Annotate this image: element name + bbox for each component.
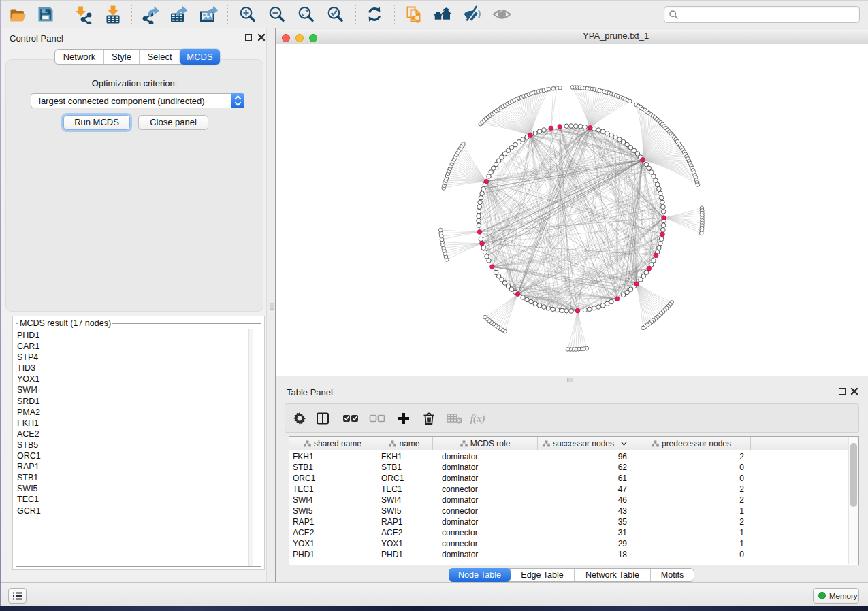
network-window-titlebar[interactable]	[276, 28, 868, 44]
mcds-result-scrollbar[interactable]	[248, 329, 253, 566]
network-node[interactable]	[596, 305, 601, 310]
table-row[interactable]: SWI4SWI4dominator462	[289, 495, 858, 506]
network-node[interactable]	[658, 242, 663, 246]
network-node[interactable]	[477, 205, 482, 210]
network-dominator-node[interactable]	[634, 282, 639, 286]
network-node[interactable]	[477, 223, 481, 228]
network-node[interactable]	[647, 166, 652, 171]
import-table-icon[interactable]	[103, 4, 123, 24]
network-node[interactable]	[485, 254, 489, 259]
network-node[interactable]	[521, 295, 526, 300]
network-node[interactable]	[661, 210, 666, 214]
network-node[interactable]	[658, 191, 663, 196]
network-dominator-node[interactable]	[660, 232, 665, 237]
network-node[interactable]	[655, 182, 660, 187]
network-canvas[interactable]	[276, 44, 868, 376]
window-minimize-traffic-light[interactable]	[295, 34, 304, 42]
tab-mcds[interactable]: MCDS	[180, 49, 220, 65]
network-node[interactable]	[583, 308, 588, 312]
control-panel-float-icon[interactable]	[245, 34, 252, 41]
network-node[interactable]	[699, 231, 703, 235]
network-node[interactable]	[661, 205, 666, 210]
network-node[interactable]	[660, 200, 665, 205]
network-dominator-node[interactable]	[588, 125, 592, 130]
mcds-result-item[interactable]: STB5	[17, 440, 248, 450]
network-node[interactable]	[555, 308, 560, 312]
network-node[interactable]	[462, 142, 466, 146]
network-node[interactable]	[661, 223, 666, 228]
export-image-icon[interactable]	[198, 4, 219, 24]
network-dominator-node[interactable]	[490, 265, 495, 269]
network-dominator-node[interactable]	[515, 292, 520, 297]
network-node[interactable]	[569, 124, 574, 129]
network-node[interactable]	[639, 278, 643, 282]
horizontal-splitter[interactable]	[276, 376, 868, 382]
tab-node-table[interactable]: Node Table	[449, 568, 511, 582]
network-dominator-node[interactable]	[558, 125, 562, 129]
vertical-splitter[interactable]	[267, 28, 276, 582]
network-dominator-node[interactable]	[528, 133, 533, 138]
export-table-icon[interactable]	[168, 4, 189, 24]
network-node[interactable]	[483, 315, 487, 319]
node-table-scrollbar[interactable]	[848, 437, 858, 564]
hide-selected-icon[interactable]	[462, 4, 482, 24]
network-node[interactable]	[558, 86, 562, 90]
network-node[interactable]	[605, 131, 610, 135]
zoom-out-icon[interactable]	[266, 4, 287, 24]
mcds-result-item[interactable]: PHD1	[17, 330, 248, 341]
network-node[interactable]	[479, 237, 483, 242]
column-header-name[interactable]: name	[376, 437, 433, 450]
save-session-icon[interactable]	[35, 4, 56, 24]
network-node[interactable]	[641, 326, 645, 330]
network-node[interactable]	[483, 250, 487, 254]
network-node[interactable]	[592, 127, 596, 131]
network-node[interactable]	[621, 293, 626, 297]
network-node[interactable]	[696, 183, 700, 187]
network-node[interactable]	[600, 303, 605, 308]
table-row[interactable]: STB1STB1dominator620	[289, 462, 858, 473]
network-node[interactable]	[477, 210, 481, 214]
network-dominator-node[interactable]	[615, 297, 620, 301]
table-row[interactable]: ACE2ACE2connector311	[289, 527, 858, 538]
network-node[interactable]	[654, 178, 658, 183]
select-all-icon[interactable]	[341, 409, 360, 428]
column-header-shared-name[interactable]: shared name	[289, 437, 376, 450]
network-node[interactable]	[560, 308, 564, 313]
network-node[interactable]	[609, 299, 614, 304]
table-row[interactable]: PHD1PHD1dominator180	[289, 549, 858, 560]
tab-motifs[interactable]: Motifs	[651, 569, 694, 581]
import-network-icon[interactable]	[74, 4, 95, 24]
mcds-result-item[interactable]: ORC1	[17, 450, 248, 461]
network-node[interactable]	[542, 128, 547, 133]
mcds-result-item[interactable]: SWI4	[17, 384, 248, 395]
network-node[interactable]	[477, 218, 481, 223]
network-node[interactable]	[649, 170, 654, 175]
network-node[interactable]	[533, 131, 538, 135]
network-node[interactable]	[564, 309, 569, 314]
mcds-result-item[interactable]: FKH1	[17, 418, 248, 429]
table-row[interactable]: RAP1RAP1dominator352	[289, 516, 858, 527]
tab-edge-table[interactable]: Edge Table	[511, 569, 575, 581]
network-dominator-node[interactable]	[641, 158, 645, 163]
network-dominator-node[interactable]	[654, 253, 658, 258]
mcds-result-item[interactable]: STB1	[17, 472, 248, 483]
deselect-all-icon[interactable]	[368, 409, 387, 428]
network-node[interactable]	[487, 174, 492, 179]
column-header-predecessor-nodes[interactable]: predecessor nodes	[632, 437, 751, 450]
window-close-traffic-light[interactable]	[282, 34, 290, 42]
export-network-icon[interactable]	[141, 4, 161, 24]
network-node[interactable]	[657, 246, 662, 250]
mcds-result-item[interactable]: GCR1	[17, 506, 248, 516]
network-node[interactable]	[583, 125, 588, 129]
network-node[interactable]	[479, 195, 483, 200]
mcds-result-list[interactable]: PHD1CAR1STP4TID3YOX1SWI4SRD1PMA2FKH1ACE2…	[17, 330, 248, 565]
network-node[interactable]	[521, 137, 526, 142]
network-node[interactable]	[537, 303, 542, 308]
network-node[interactable]	[578, 124, 583, 129]
network-node[interactable]	[574, 124, 579, 129]
window-zoom-traffic-light[interactable]	[309, 34, 317, 42]
mcds-result-item[interactable]: PMA2	[17, 407, 248, 418]
tab-network[interactable]: Network	[55, 50, 104, 64]
network-node[interactable]	[659, 237, 664, 242]
network-node[interactable]	[588, 307, 592, 312]
